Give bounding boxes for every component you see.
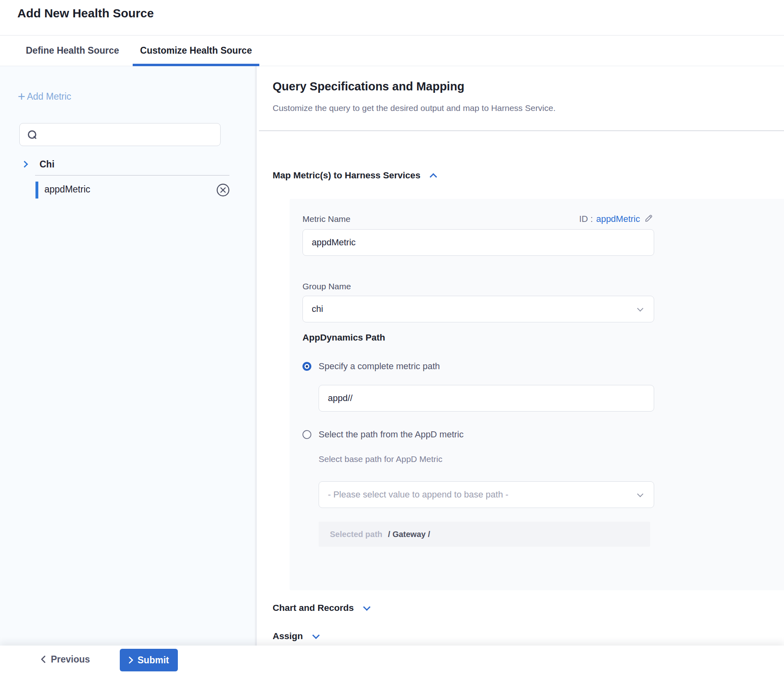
sidebar-item-appdmetric[interactable]: appdMetric	[0, 180, 255, 200]
group-name-label: Group Name	[302, 282, 351, 291]
group-name-select[interactable]: chi	[302, 296, 654, 322]
metric-name-label: Metric Name	[302, 214, 350, 224]
chevron-up-icon	[430, 173, 437, 180]
section-subtitle: Customize the query to get the desired o…	[273, 103, 556, 113]
base-path-select[interactable]: - Please select value to append to base …	[319, 481, 654, 508]
radio-complete-metric-path[interactable]: Specify a complete metric path	[302, 361, 440, 372]
submit-label: Submit	[138, 655, 169, 666]
metrics-sidebar: + Add Metric Chi appdMetric	[0, 66, 257, 646]
base-path-label: Select base path for AppD Metric	[319, 454, 442, 464]
tab-bar: Define Health Source Customize Health So…	[0, 35, 784, 66]
section-title: Query Specifications and Mapping	[273, 80, 464, 93]
metric-search-box	[19, 123, 221, 146]
metric-item-label: appdMetric	[44, 184, 90, 195]
base-path-placeholder: - Please select value to append to base …	[328, 482, 509, 507]
group-label: Chi	[40, 159, 54, 170]
tab-label: Define Health Source	[26, 45, 119, 56]
radio-label: Select the path from the AppD metric	[319, 429, 464, 440]
query-specifications-panel: Query Specifications and Mapping Customi…	[259, 66, 784, 646]
add-metric-label: Add Metric	[27, 91, 71, 102]
edit-id-icon[interactable]	[644, 213, 654, 225]
submit-button[interactable]: Submit	[120, 649, 178, 671]
footer-bar: Previous Submit	[0, 646, 784, 673]
selected-path-prefix: Selected path	[330, 530, 382, 539]
chart-and-records-section-header[interactable]: Chart and Records	[273, 603, 369, 613]
chevron-right-icon	[129, 656, 133, 664]
group-name-value: chi	[312, 296, 323, 322]
chevron-left-icon	[40, 655, 46, 663]
radio-select-path-from-appd[interactable]: Select the path from the AppD metric	[302, 429, 464, 440]
sidebar-divider	[35, 175, 229, 176]
radio-label: Specify a complete metric path	[319, 361, 440, 372]
appdynamics-path-title: AppDynamics Path	[302, 332, 385, 343]
radio-unselected-icon	[302, 430, 311, 439]
metric-id-line: ID : appdMetric	[579, 213, 654, 225]
metric-search-input[interactable]	[42, 123, 215, 146]
chevron-down-icon	[363, 603, 371, 610]
id-prefix: ID :	[579, 214, 593, 224]
tab-customize-health-source[interactable]: Customize Health Source	[133, 36, 259, 66]
assign-title: Assign	[273, 631, 303, 642]
chevron-down-icon	[312, 631, 319, 639]
tab-label: Customize Health Source	[140, 45, 252, 56]
selected-indicator-bar	[35, 182, 38, 199]
id-value-link[interactable]: appdMetric	[596, 214, 640, 224]
drawer-header: Add New Health Source	[0, 0, 784, 35]
previous-label: Previous	[51, 654, 90, 665]
map-metrics-title: Map Metric(s) to Harness Services	[273, 170, 420, 181]
add-metric-button[interactable]: + Add Metric	[18, 89, 71, 104]
remove-metric-icon[interactable]	[216, 183, 230, 197]
radio-selected-icon	[302, 362, 311, 371]
sidebar-group-chi[interactable]: Chi	[0, 158, 255, 173]
chart-and-records-title: Chart and Records	[273, 603, 354, 613]
divider	[259, 130, 784, 131]
metric-mapping-card: Metric Name ID : appdMetric Group Na	[290, 199, 784, 590]
map-metrics-section-header[interactable]: Map Metric(s) to Harness Services	[273, 170, 436, 181]
selected-path-bar: Selected path / Gateway /	[319, 522, 650, 547]
chevron-down-icon	[637, 491, 644, 497]
metric-name-input[interactable]	[302, 229, 654, 256]
complete-metric-path-input[interactable]	[319, 385, 654, 412]
page-title: Add New Health Source	[17, 6, 154, 20]
chevron-down-icon	[637, 305, 644, 312]
search-icon	[28, 130, 38, 140]
add-health-source-drawer: Add New Health Source Define Health Sour…	[0, 0, 784, 673]
assign-section-header[interactable]: Assign	[273, 631, 319, 642]
plus-icon: +	[18, 90, 25, 102]
selected-path-value: / Gateway /	[388, 530, 430, 539]
chevron-right-icon	[21, 161, 28, 168]
previous-button[interactable]: Previous	[40, 651, 90, 667]
tab-define-health-source[interactable]: Define Health Source	[19, 36, 126, 66]
